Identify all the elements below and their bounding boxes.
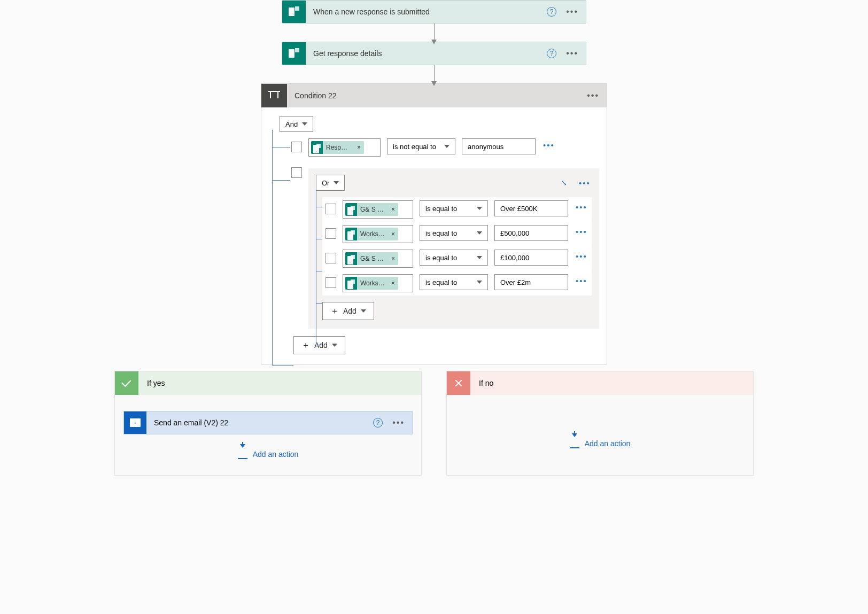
action-title: Send an email (V2) 22: [146, 411, 366, 434]
group-op-label: And: [285, 120, 298, 128]
add-action-link[interactable]: Add an action: [123, 449, 413, 459]
operator-select[interactable]: is equal to: [420, 250, 488, 266]
connector-arrow: [434, 24, 435, 42]
row-more-icon[interactable]: •••: [575, 274, 588, 287]
trigger-step[interactable]: When a new response is submitted ? •••: [282, 0, 586, 24]
operator-select[interactable]: is equal to: [420, 274, 488, 290]
forms-icon: [282, 42, 306, 65]
value-input[interactable]: Over £2m: [494, 274, 568, 290]
value-text: £500,000: [500, 229, 529, 237]
if-yes-branch: If yes Send an email (V2) 22 ? ••• Add a…: [114, 371, 422, 476]
chevron-down-icon: [361, 309, 366, 313]
send-email-step[interactable]: Send an email (V2) 22 ? •••: [123, 411, 413, 434]
operator-label: is equal to: [425, 205, 457, 213]
forms-icon: [345, 277, 357, 290]
token-remove-icon[interactable]: ×: [388, 279, 398, 287]
add-action-label: Add an action: [585, 439, 631, 448]
value-text: £100,000: [500, 254, 529, 262]
chevron-down-icon: [477, 256, 482, 259]
token-remove-icon[interactable]: ×: [388, 255, 398, 262]
add-outer-button[interactable]: ＋ Add: [293, 336, 345, 354]
branch-header: If yes: [115, 371, 421, 395]
condition-header[interactable]: Condition 22 •••: [261, 84, 607, 107]
condition-row: Respons... × is not equal to anonymous •…: [291, 138, 596, 157]
tree-line: [272, 130, 273, 365]
dynamic-token[interactable]: Respons... ×: [311, 141, 364, 154]
branch-title: If no: [470, 371, 753, 395]
check-icon: [115, 371, 138, 395]
inner-group-operator[interactable]: Or: [316, 175, 345, 191]
operand-field[interactable]: Works - ... ×: [343, 225, 413, 243]
add-inner-button[interactable]: ＋ Add: [322, 302, 374, 320]
add-action-icon: [570, 439, 579, 448]
condition-row: G& S - ... × is equal to £100,000 •••: [322, 246, 592, 271]
dynamic-token[interactable]: G& S - ... ×: [345, 252, 398, 265]
dynamic-token[interactable]: Works - ... ×: [345, 277, 398, 290]
condition-title: Condition 22: [287, 84, 579, 107]
row-checkbox[interactable]: [326, 253, 336, 263]
chevron-down-icon: [477, 281, 482, 284]
outer-group-operator[interactable]: And: [280, 116, 313, 132]
token-label: Respons...: [323, 144, 354, 151]
token-remove-icon[interactable]: ×: [354, 144, 364, 151]
operator-select[interactable]: is not equal to: [387, 138, 455, 154]
help-icon[interactable]: ?: [547, 49, 556, 58]
row-checkbox[interactable]: [326, 277, 336, 288]
operator-select[interactable]: is equal to: [420, 225, 488, 241]
chevron-down-icon: [302, 122, 307, 126]
value-text: anonymous: [468, 143, 503, 151]
condition-row: G& S - ... × is equal to Over £500K •••: [322, 197, 592, 222]
value-input[interactable]: £100,000: [494, 250, 568, 266]
help-icon[interactable]: ?: [547, 7, 556, 17]
tree-line: [272, 180, 290, 181]
condition-row: Works - ... × is equal to £500,000 •••: [322, 222, 592, 246]
branch-title: If yes: [138, 371, 421, 395]
token-label: Works - ...: [357, 279, 388, 287]
if-no-branch: If no Add an action: [446, 371, 754, 476]
forms-icon: [311, 141, 323, 154]
collapse-icon[interactable]: ⤢: [561, 178, 567, 187]
condition-row: Works - ... × is equal to Over £2m •••: [322, 271, 592, 296]
operand-field[interactable]: G& S - ... ×: [343, 250, 413, 268]
token-remove-icon[interactable]: ×: [388, 206, 398, 213]
operator-select[interactable]: is equal to: [420, 200, 488, 216]
forms-icon: [345, 252, 357, 265]
token-remove-icon[interactable]: ×: [388, 230, 398, 238]
tree-line: [272, 147, 290, 147]
row-more-icon[interactable]: •••: [575, 200, 588, 214]
tree-line: [272, 365, 293, 366]
condition-icon: [261, 84, 287, 107]
get-details-step[interactable]: Get response details ? •••: [282, 42, 586, 65]
tree-line: [316, 303, 322, 304]
chevron-down-icon: [477, 231, 482, 235]
row-checkbox[interactable]: [326, 228, 336, 239]
row-checkbox[interactable]: [326, 204, 336, 214]
row-more-icon[interactable]: •••: [578, 176, 592, 190]
row-more-icon[interactable]: •••: [575, 225, 588, 238]
row-checkbox[interactable]: [291, 167, 302, 178]
branch-header: If no: [447, 371, 753, 395]
row-checkbox[interactable]: [291, 142, 302, 152]
row-more-icon[interactable]: •••: [575, 250, 588, 263]
dynamic-token[interactable]: Works - ... ×: [345, 228, 398, 240]
subgroup-container: Or ⤢ •••: [291, 164, 596, 329]
tree-line: [316, 345, 322, 345]
operand-field[interactable]: G& S - ... ×: [343, 200, 413, 219]
outlook-icon: [124, 411, 146, 434]
value-input[interactable]: £500,000: [494, 225, 568, 241]
value-input[interactable]: anonymous: [462, 138, 536, 154]
row-more-icon[interactable]: •••: [542, 138, 556, 152]
token-label: G& S - ...: [357, 255, 388, 262]
dynamic-token[interactable]: G& S - ... ×: [345, 203, 398, 216]
operand-field[interactable]: Respons... ×: [308, 138, 381, 157]
value-input[interactable]: Over £500K: [494, 200, 568, 216]
plus-icon: ＋: [301, 340, 310, 351]
add-action-icon: [238, 449, 247, 459]
operand-field[interactable]: Works - ... ×: [343, 274, 413, 292]
forms-icon: [282, 1, 306, 23]
add-action-link[interactable]: Add an action: [455, 439, 745, 448]
tree-line: [316, 190, 316, 345]
tree-line: [316, 271, 322, 271]
help-icon[interactable]: ?: [373, 418, 383, 428]
value-text: Over £500K: [500, 205, 537, 213]
